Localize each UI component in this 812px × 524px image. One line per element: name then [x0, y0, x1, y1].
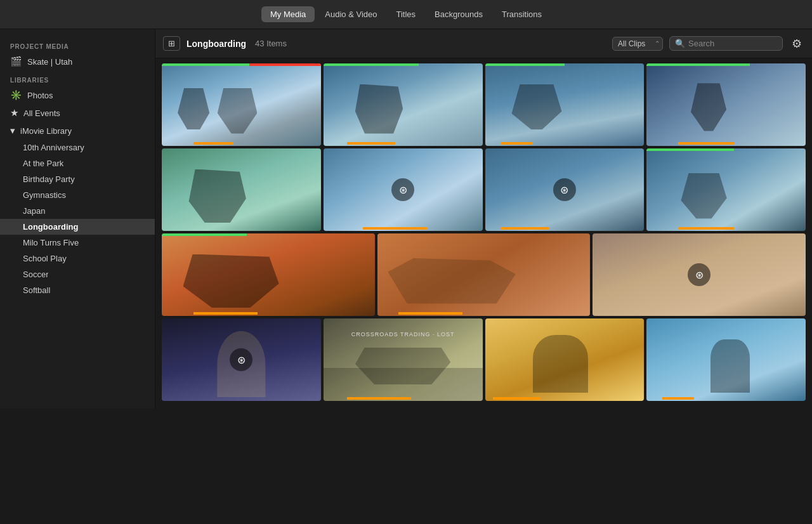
- progress-bar-bottom: [377, 312, 591, 314]
- all-events-label: All Events: [23, 108, 60, 118]
- slow-motion-icon: ⊛: [553, 178, 576, 201]
- sidebar-item-japan[interactable]: Japan: [0, 203, 155, 219]
- progress-bar-bottom: [485, 227, 645, 229]
- video-thumb[interactable]: ⊛: [485, 148, 645, 231]
- video-thumb[interactable]: ⊛: [162, 318, 321, 401]
- softball-label: Softball: [23, 285, 50, 295]
- video-row: [162, 63, 806, 146]
- progress-bar-bottom: [162, 312, 375, 314]
- star-icon: ★: [10, 107, 18, 119]
- gear-button[interactable]: ⚙: [789, 36, 804, 52]
- video-thumb[interactable]: [162, 148, 321, 231]
- progress-bar-bottom: [646, 142, 806, 144]
- japan-label: Japan: [23, 206, 45, 216]
- school-play-label: School Play: [23, 254, 67, 263]
- tab-titles[interactable]: Titles: [387, 6, 424, 22]
- progress-bar-bottom: [646, 227, 806, 229]
- progress-bar-top: [646, 148, 806, 151]
- sidebar-item-birthday-party[interactable]: Birthday Party: [0, 171, 155, 187]
- progress-bar-bottom: [324, 142, 483, 144]
- sidebar-item-10th-anniversary[interactable]: 10th Anniversary: [0, 140, 155, 155]
- video-thumb[interactable]: [646, 148, 806, 231]
- filter-select[interactable]: All Clips Favorites Rejected: [612, 37, 663, 51]
- tab-my-media[interactable]: My Media: [261, 6, 315, 22]
- progress-bar-bottom: [646, 397, 806, 399]
- longboarding-label: Longboarding: [23, 222, 78, 232]
- sidebar-item-at-the-park[interactable]: At the Park: [0, 155, 155, 171]
- slow-motion-icon: ⊛: [688, 263, 710, 286]
- sidebar-item-milo-turns-five[interactable]: Milo Turns Five: [0, 235, 155, 251]
- sidebar-item-imovie-library[interactable]: ▾ iMovie Library: [0, 122, 155, 140]
- slow-motion-icon: ⊛: [230, 348, 252, 371]
- video-thumb[interactable]: [485, 318, 645, 401]
- soccer-label: Soccer: [23, 270, 48, 279]
- video-thumb[interactable]: [162, 233, 375, 316]
- progress-bar-top: [324, 63, 483, 66]
- libraries-label: LIBRARIES: [0, 74, 155, 86]
- progress-bar-top: [646, 63, 806, 66]
- progress-bar-top: [485, 63, 645, 66]
- video-thumb[interactable]: [377, 233, 591, 316]
- tab-transitions[interactable]: Transitions: [493, 6, 551, 22]
- project-label: Skate | Utah: [27, 57, 72, 67]
- main-area: PROJECT MEDIA 🎬 Skate | Utah LIBRARIES ✳…: [0, 29, 812, 409]
- tab-backgrounds[interactable]: Backgrounds: [426, 6, 492, 22]
- project-media-label: PROJECT MEDIA: [0, 41, 155, 53]
- at-the-park-label: At the Park: [23, 159, 63, 168]
- milo-turns-five-label: Milo Turns Five: [23, 238, 79, 247]
- search-wrap: 🔍: [669, 36, 783, 51]
- video-thumb[interactable]: ⊛: [593, 233, 806, 316]
- video-grid: ⊛ ⊛: [155, 58, 812, 409]
- video-row: ⊛ CROSSROADS TRADING · LOST: [162, 318, 806, 401]
- video-thumb[interactable]: [646, 63, 806, 146]
- progress-bar-bottom: [485, 397, 645, 399]
- video-thumb[interactable]: ⊛: [324, 148, 483, 231]
- gymnastics-label: Gymnastics: [23, 190, 66, 200]
- progress-bar-top: [162, 63, 321, 66]
- progress-bar-bottom: [324, 397, 483, 399]
- sidebar-item-project[interactable]: 🎬 Skate | Utah: [0, 53, 155, 70]
- content-area: ⊞ Longboarding 43 Items All Clips Favori…: [155, 29, 812, 409]
- sidebar-item-all-events[interactable]: ★ All Events: [0, 104, 155, 122]
- birthday-party-label: Birthday Party: [23, 174, 75, 184]
- progress-bar-top: [162, 233, 375, 236]
- search-input[interactable]: [688, 39, 777, 48]
- app-window: My Media Audio & Video Titles Background…: [0, 0, 812, 409]
- 10th-anniversary-label: 10th Anniversary: [23, 143, 84, 152]
- sidebar-item-photos[interactable]: ✳️ Photos: [0, 86, 155, 104]
- film-icon: 🎬: [10, 56, 22, 67]
- sidebar: PROJECT MEDIA 🎬 Skate | Utah LIBRARIES ✳…: [0, 29, 155, 409]
- sidebar-item-school-play[interactable]: School Play: [0, 251, 155, 266]
- sidebar-item-gymnastics[interactable]: Gymnastics: [0, 187, 155, 203]
- photos-icon: ✳️: [10, 89, 22, 101]
- video-thumb[interactable]: [646, 318, 806, 401]
- content-title: Longboarding: [187, 39, 246, 49]
- progress-bar-bottom: [324, 227, 483, 229]
- video-row: ⊛: [162, 233, 806, 316]
- filter-wrap: All Clips Favorites Rejected: [612, 37, 663, 51]
- slow-motion-icon: ⊛: [391, 178, 414, 201]
- video-thumb[interactable]: [162, 63, 321, 146]
- video-thumb[interactable]: CROSSROADS TRADING · LOST: [324, 318, 483, 401]
- tab-audio-video[interactable]: Audio & Video: [316, 6, 386, 22]
- progress-bar-bottom: [485, 142, 645, 144]
- sidebar-item-soccer[interactable]: Soccer: [0, 266, 155, 282]
- search-icon: 🔍: [675, 39, 685, 48]
- content-count: 43 Items: [255, 39, 287, 48]
- content-header: ⊞ Longboarding 43 Items All Clips Favori…: [155, 29, 812, 58]
- toolbar: My Media Audio & Video Titles Background…: [0, 0, 812, 29]
- chevron-down-icon: ▾: [10, 125, 15, 136]
- imovie-library-label: iMovie Library: [20, 126, 72, 136]
- photos-label: Photos: [27, 91, 53, 100]
- toggle-view-button[interactable]: ⊞: [163, 36, 180, 51]
- video-thumb[interactable]: [485, 63, 645, 146]
- toolbar-tabs: My Media Audio & Video Titles Background…: [261, 6, 551, 22]
- sidebar-item-longboarding[interactable]: Longboarding: [0, 219, 155, 235]
- video-thumb[interactable]: [324, 63, 483, 146]
- video-row: ⊛ ⊛: [162, 148, 806, 231]
- sidebar-item-softball[interactable]: Softball: [0, 282, 155, 298]
- progress-bar-bottom: [162, 142, 321, 144]
